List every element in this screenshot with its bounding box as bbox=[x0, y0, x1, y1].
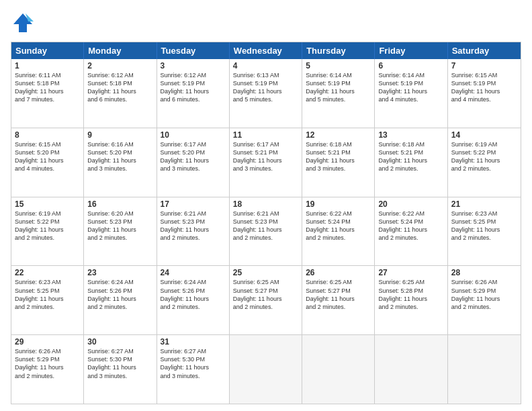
cell-text-line: Sunrise: 6:24 AM bbox=[161, 278, 226, 286]
cell-text-line: Sunset: 5:19 PM bbox=[378, 79, 443, 87]
cell-text-line: Sunset: 5:20 PM bbox=[87, 148, 152, 156]
calendar-cell-day-3: 3Sunrise: 6:12 AMSunset: 5:19 PMDaylight… bbox=[157, 59, 230, 128]
cell-text-line: Sunset: 5:30 PM bbox=[87, 355, 152, 363]
day-number: 6 bbox=[378, 61, 443, 71]
cell-text-line: Sunset: 5:23 PM bbox=[161, 218, 226, 226]
day-number: 11 bbox=[233, 130, 298, 140]
cell-text-line: Daylight: 11 hours bbox=[451, 156, 517, 165]
cell-text-line: Sunrise: 6:11 AM bbox=[15, 71, 80, 79]
cell-text-line: Daylight: 11 hours bbox=[161, 295, 226, 303]
cell-text-line: Sunset: 5:21 PM bbox=[378, 148, 443, 156]
calendar-cell-day-13: 13Sunrise: 6:18 AMSunset: 5:21 PMDayligh… bbox=[375, 128, 447, 197]
cell-text-line: Daylight: 11 hours bbox=[306, 156, 371, 165]
day-number: 9 bbox=[87, 130, 152, 140]
cell-text-line: and 2 minutes. bbox=[87, 234, 152, 242]
cell-text-line: Sunset: 5:27 PM bbox=[306, 287, 371, 295]
day-number: 19 bbox=[306, 199, 371, 209]
day-number: 21 bbox=[451, 199, 517, 209]
cell-text-line: Sunset: 5:18 PM bbox=[87, 79, 152, 87]
cell-text-line: Sunset: 5:19 PM bbox=[451, 79, 517, 87]
cell-text-line: and 2 minutes. bbox=[87, 303, 152, 311]
calendar-cell-day-1: 1Sunrise: 6:11 AMSunset: 5:18 PMDaylight… bbox=[11, 59, 84, 128]
cell-text-line: Sunrise: 6:22 AM bbox=[306, 210, 371, 218]
cell-text-line: and 2 minutes. bbox=[306, 303, 371, 311]
day-number: 20 bbox=[378, 199, 443, 209]
header-day-tuesday: Tuesday bbox=[157, 42, 230, 59]
svg-marker-0 bbox=[13, 13, 32, 32]
cell-text-line: and 2 minutes. bbox=[451, 165, 517, 173]
cell-text-line: and 2 minutes. bbox=[233, 303, 298, 311]
cell-text-line: Daylight: 11 hours bbox=[15, 295, 80, 303]
day-number: 27 bbox=[378, 268, 443, 277]
calendar-header: SundayMondayTuesdayWednesdayThursdayFrid… bbox=[11, 42, 521, 59]
cell-text-line: and 2 minutes. bbox=[451, 303, 517, 311]
calendar-cell-empty bbox=[375, 335, 447, 404]
cell-text-line: Sunrise: 6:23 AM bbox=[451, 210, 517, 218]
cell-text-line: Daylight: 11 hours bbox=[161, 156, 226, 165]
cell-text-line: Sunrise: 6:25 AM bbox=[233, 278, 298, 286]
header-day-monday: Monday bbox=[84, 42, 157, 59]
day-number: 2 bbox=[87, 61, 152, 71]
calendar-cell-day-10: 10Sunrise: 6:17 AMSunset: 5:20 PMDayligh… bbox=[157, 128, 230, 197]
cell-text-line: and 2 minutes. bbox=[15, 234, 80, 242]
cell-text-line: Sunrise: 6:18 AM bbox=[306, 140, 371, 148]
cell-text-line: Sunset: 5:30 PM bbox=[161, 355, 226, 363]
cell-text-line: and 6 minutes. bbox=[87, 95, 152, 103]
calendar-cell-empty bbox=[448, 335, 521, 404]
calendar-cell-day-26: 26Sunrise: 6:25 AMSunset: 5:27 PMDayligh… bbox=[302, 266, 375, 334]
cell-text-line: Sunset: 5:25 PM bbox=[451, 218, 517, 226]
cell-text-line: and 3 minutes. bbox=[161, 165, 226, 173]
header-day-thursday: Thursday bbox=[302, 42, 375, 59]
day-number: 14 bbox=[451, 130, 517, 140]
cell-text-line: and 2 minutes. bbox=[378, 234, 443, 242]
cell-text-line: Sunset: 5:18 PM bbox=[15, 79, 80, 87]
day-number: 10 bbox=[161, 130, 226, 140]
cell-text-line: and 7 minutes. bbox=[15, 95, 80, 103]
header-day-saturday: Saturday bbox=[448, 42, 521, 59]
cell-text-line: Sunset: 5:20 PM bbox=[15, 148, 80, 156]
logo bbox=[11, 11, 38, 35]
cell-text-line: Daylight: 11 hours bbox=[306, 87, 371, 95]
cell-text-line: Sunrise: 6:25 AM bbox=[306, 278, 371, 286]
cell-text-line: and 2 minutes. bbox=[161, 303, 226, 311]
calendar-cell-day-20: 20Sunrise: 6:22 AMSunset: 5:24 PMDayligh… bbox=[375, 197, 447, 266]
cell-text-line: Sunset: 5:24 PM bbox=[306, 218, 371, 226]
calendar-cell-day-12: 12Sunrise: 6:18 AMSunset: 5:21 PMDayligh… bbox=[302, 128, 375, 197]
header-day-sunday: Sunday bbox=[11, 42, 84, 59]
cell-text-line: and 3 minutes. bbox=[233, 165, 298, 173]
calendar-cell-day-16: 16Sunrise: 6:20 AMSunset: 5:23 PMDayligh… bbox=[84, 197, 157, 266]
calendar-cell-day-30: 30Sunrise: 6:27 AMSunset: 5:30 PMDayligh… bbox=[84, 335, 157, 404]
calendar-row-3: 15Sunrise: 6:19 AMSunset: 5:22 PMDayligh… bbox=[11, 197, 521, 266]
day-number: 28 bbox=[451, 268, 517, 277]
logo-icon bbox=[11, 11, 35, 35]
calendar-cell-day-18: 18Sunrise: 6:21 AMSunset: 5:23 PMDayligh… bbox=[230, 197, 302, 266]
cell-text-line: Daylight: 11 hours bbox=[15, 156, 80, 165]
day-number: 18 bbox=[233, 199, 298, 209]
calendar-cell-day-6: 6Sunrise: 6:14 AMSunset: 5:19 PMDaylight… bbox=[375, 59, 447, 128]
cell-text-line: Sunset: 5:19 PM bbox=[233, 79, 298, 87]
cell-text-line: Daylight: 11 hours bbox=[15, 226, 80, 234]
cell-text-line: Sunset: 5:20 PM bbox=[161, 148, 226, 156]
calendar-cell-day-27: 27Sunrise: 6:25 AMSunset: 5:28 PMDayligh… bbox=[375, 266, 447, 334]
cell-text-line: Sunrise: 6:26 AM bbox=[451, 278, 517, 286]
page: SundayMondayTuesdayWednesdayThursdayFrid… bbox=[0, 0, 532, 411]
cell-text-line: Sunrise: 6:17 AM bbox=[233, 140, 298, 148]
cell-text-line: Daylight: 11 hours bbox=[451, 226, 517, 234]
calendar-cell-day-19: 19Sunrise: 6:22 AMSunset: 5:24 PMDayligh… bbox=[302, 197, 375, 266]
cell-text-line: and 2 minutes. bbox=[306, 234, 371, 242]
cell-text-line: Daylight: 11 hours bbox=[451, 87, 517, 95]
cell-text-line: Daylight: 11 hours bbox=[306, 226, 371, 234]
cell-text-line: Sunrise: 6:22 AM bbox=[378, 210, 443, 218]
cell-text-line: Sunset: 5:24 PM bbox=[378, 218, 443, 226]
calendar-cell-day-7: 7Sunrise: 6:15 AMSunset: 5:19 PMDaylight… bbox=[448, 59, 521, 128]
day-number: 13 bbox=[378, 130, 443, 140]
cell-text-line: Daylight: 11 hours bbox=[378, 87, 443, 95]
cell-text-line: Sunrise: 6:27 AM bbox=[161, 347, 226, 355]
day-number: 8 bbox=[15, 130, 80, 140]
cell-text-line: Sunrise: 6:18 AM bbox=[378, 140, 443, 148]
cell-text-line: and 2 minutes. bbox=[233, 234, 298, 242]
header bbox=[11, 11, 521, 35]
cell-text-line: and 2 minutes. bbox=[451, 234, 517, 242]
day-number: 15 bbox=[15, 199, 80, 209]
day-number: 16 bbox=[87, 199, 152, 209]
